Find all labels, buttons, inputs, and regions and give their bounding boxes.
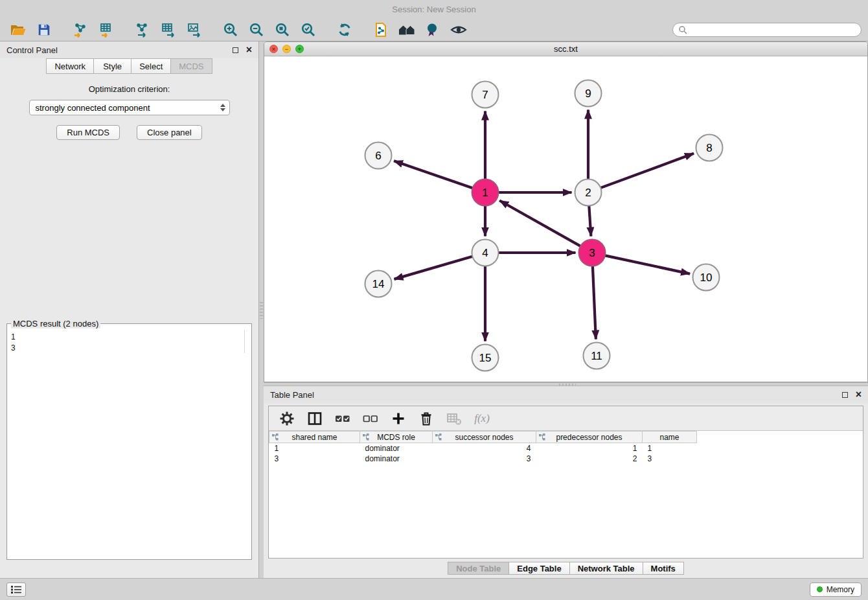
vertical-splitter[interactable]	[259, 41, 264, 578]
minimize-window-icon[interactable]: −	[282, 45, 291, 53]
graph-node-7[interactable]: 7	[472, 82, 499, 108]
close-panel-icon[interactable]: ×	[856, 389, 862, 400]
export-network-icon	[135, 22, 150, 38]
graph-node-label: 7	[482, 89, 488, 101]
graph-edge-3-1[interactable]	[499, 201, 580, 246]
graph-node-9[interactable]: 9	[575, 80, 602, 107]
deselect-all-columns-button[interactable]	[361, 410, 380, 428]
task-history-button[interactable]	[6, 583, 26, 597]
tab-mcds[interactable]: MCDS	[171, 58, 212, 74]
close-panel-icon[interactable]: ×	[246, 45, 252, 55]
delete-column-button[interactable]	[417, 410, 435, 428]
zoom-in-button[interactable]	[219, 20, 242, 40]
column-header-successor-nodes[interactable]: successor nodes	[433, 432, 536, 443]
table-row[interactable]: 3 dominator 3 2 3	[269, 454, 697, 464]
export-image-button[interactable]	[183, 20, 206, 40]
table-panel-title: Table Panel	[270, 390, 842, 400]
graph-edge-4-14[interactable]	[394, 257, 472, 279]
graph-node-15[interactable]: 15	[472, 345, 499, 371]
column-header-predecessor-nodes[interactable]: predecessor nodes	[536, 432, 643, 443]
graph-edge-3-10[interactable]	[605, 255, 690, 273]
paint-style-button[interactable]	[421, 20, 444, 40]
refresh-button[interactable]	[333, 20, 356, 40]
graph-node-label: 14	[372, 278, 385, 290]
tab-select[interactable]: Select	[131, 58, 171, 74]
import-table-button[interactable]	[95, 20, 118, 40]
app-window: Session: New Session	[0, 0, 868, 600]
unchecked-boxes-icon	[363, 411, 378, 426]
graph-node-6[interactable]: 6	[365, 143, 392, 169]
cell-shared-name: 1	[269, 443, 360, 454]
delete-table-icon	[446, 411, 462, 426]
tab-network[interactable]: Network	[46, 58, 94, 74]
tab-motifs[interactable]: Motifs	[643, 562, 684, 575]
tab-node-table[interactable]: Node Table	[448, 562, 509, 575]
run-mcds-button[interactable]: Run MCDS	[56, 125, 120, 140]
result-scrollbar[interactable]	[244, 330, 250, 353]
table-panel-header: Table Panel ×	[264, 386, 868, 403]
table-tabs: Node Table Edge Table Network Table Moti…	[264, 559, 868, 578]
select-all-columns-button[interactable]	[334, 410, 352, 428]
tab-style[interactable]: Style	[94, 58, 131, 74]
mcds-result-item: 1	[11, 332, 247, 343]
column-attr-icon	[539, 433, 546, 443]
import-table-icon	[98, 22, 114, 38]
graph-node-1[interactable]: 1	[472, 179, 499, 206]
eye-button[interactable]	[447, 20, 470, 40]
optimization-dropdown[interactable]: strongly connected component	[29, 100, 230, 115]
zoom-window-icon[interactable]: +	[295, 45, 304, 53]
table-row[interactable]: 1 dominator 4 1 1	[269, 443, 697, 454]
close-window-icon[interactable]: ×	[269, 45, 278, 53]
tab-edge-table[interactable]: Edge Table	[509, 562, 569, 575]
zoom-out-button[interactable]	[245, 20, 268, 40]
graph-node-14[interactable]: 14	[365, 271, 392, 297]
trash-icon	[418, 411, 434, 426]
table-frame: f(x) shared	[268, 406, 863, 559]
node-table: shared name MCDS role successor nodes	[269, 431, 697, 464]
zoom-selected-button[interactable]	[297, 20, 320, 40]
graph-edge-2-8[interactable]	[600, 154, 694, 188]
graph-edge-3-11[interactable]	[593, 266, 596, 339]
graph-node-label: 2	[585, 187, 591, 199]
table-settings-button[interactable]	[278, 410, 296, 428]
tab-network-table[interactable]: Network Table	[570, 562, 643, 575]
node-table-grid: shared name MCDS role successor nodes	[269, 431, 863, 558]
graph-node-3[interactable]: 3	[579, 240, 606, 266]
home-button[interactable]	[395, 20, 418, 40]
refresh-icon	[337, 22, 352, 38]
graph-edge-2-3[interactable]	[589, 205, 591, 236]
network-canvas[interactable]: 7968124314101511	[264, 56, 867, 382]
cell-shared-name: 3	[269, 454, 360, 464]
function-builder-button[interactable]: f(x)	[473, 410, 491, 428]
delete-table-button[interactable]	[445, 410, 463, 428]
export-network-button[interactable]	[131, 20, 154, 40]
graph-node-4[interactable]: 4	[472, 240, 499, 266]
close-panel-button[interactable]: Close panel	[137, 125, 202, 140]
graph-node-10[interactable]: 10	[693, 264, 720, 291]
memory-button[interactable]: Memory	[810, 583, 862, 597]
search-input[interactable]	[691, 25, 856, 34]
horizontal-splitter[interactable]	[264, 382, 868, 386]
add-column-button[interactable]	[389, 410, 407, 428]
share-document-button[interactable]	[369, 20, 393, 40]
open-session-button[interactable]	[6, 20, 30, 40]
show-columns-button[interactable]	[306, 410, 324, 428]
graph-node-2[interactable]: 2	[575, 179, 602, 206]
graph-node-label: 11	[591, 350, 602, 362]
float-panel-icon[interactable]	[842, 392, 848, 398]
table-panel: Table Panel ×	[264, 386, 868, 578]
graph-edge-1-6[interactable]	[394, 161, 473, 188]
column-header-mcds-role[interactable]: MCDS role	[360, 432, 433, 443]
graph-node-label: 15	[479, 352, 492, 364]
zoom-fit-button[interactable]	[271, 20, 294, 40]
graph-node-11[interactable]: 11	[584, 343, 610, 369]
column-header-shared-name[interactable]: shared name	[269, 432, 360, 443]
open-folder-icon	[10, 23, 27, 37]
float-panel-icon[interactable]	[233, 47, 238, 53]
export-table-button[interactable]	[157, 20, 180, 40]
save-session-button[interactable]	[32, 20, 56, 40]
column-header-name[interactable]: name	[643, 432, 697, 443]
import-network-button[interactable]	[69, 20, 92, 40]
mcds-result-item: 3	[11, 343, 247, 354]
graph-node-8[interactable]: 8	[696, 135, 723, 161]
